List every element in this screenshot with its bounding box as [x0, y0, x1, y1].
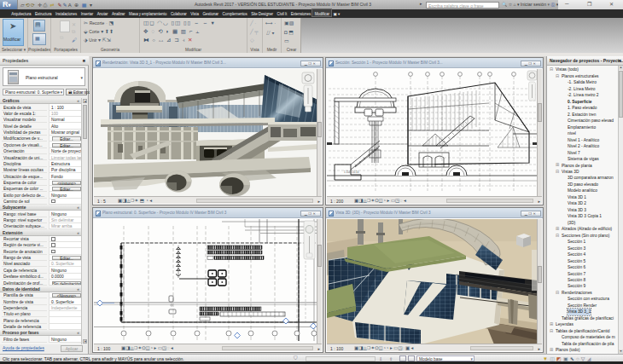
- svg-text:1.1141.10.10: 1.1141.10.10: [344, 170, 359, 174]
